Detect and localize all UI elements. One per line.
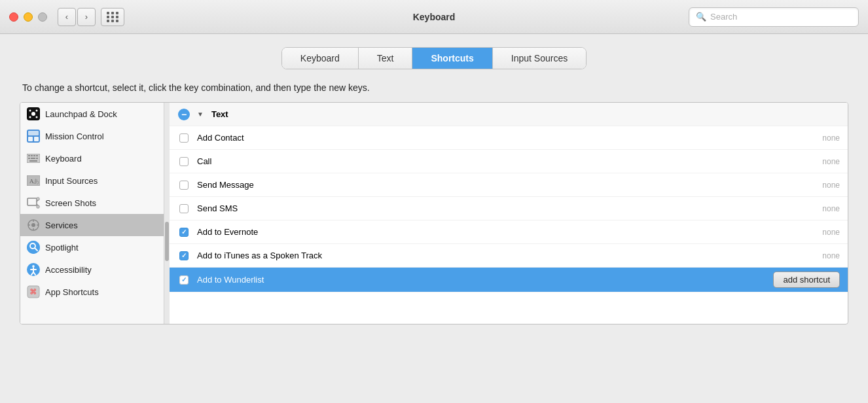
tab-shortcuts[interactable]: Shortcuts <box>412 48 492 69</box>
shortcut-key-send-sms: none <box>807 204 840 213</box>
back-button[interactable]: ‹ <box>58 8 76 26</box>
check-add-contact[interactable] <box>177 133 190 143</box>
shortcut-row-add-wunderlist[interactable]: ✓ Add to Wunderlist add shortcut <box>170 268 848 292</box>
sidebar: Launchpad & Dock Mission Control Keyboar… <box>20 103 164 324</box>
checkbox-send-sms[interactable] <box>179 204 189 213</box>
svg-rect-13 <box>33 155 35 156</box>
svg-text:⌘: ⌘ <box>29 288 37 296</box>
close-button[interactable] <box>9 12 18 22</box>
tab-keyboard[interactable]: Keyboard <box>282 48 359 69</box>
tab-bar: Keyboard Text Shortcuts Input Sources <box>20 47 848 69</box>
checkbox-add-itunes[interactable]: ✓ <box>179 251 189 260</box>
shortcut-name-add-evernote: Add to Evernote <box>197 227 801 237</box>
svg-point-1 <box>31 112 35 116</box>
input-sources-icon: Aあ <box>27 174 40 187</box>
forward-button[interactable]: › <box>77 8 96 26</box>
main-panel: Launchpad & Dock Mission Control Keyboar… <box>20 102 848 324</box>
tab-input-sources[interactable]: Input Sources <box>493 48 586 69</box>
sidebar-item-mission[interactable]: Mission Control <box>20 125 164 147</box>
launchpad-icon <box>27 107 40 120</box>
sidebar-item-input-sources[interactable]: Aあ Input Sources <box>20 169 164 192</box>
checkbox-add-evernote[interactable]: ✓ <box>179 228 189 237</box>
maximize-button[interactable] <box>38 12 47 22</box>
triangle-icon: ▼ <box>197 111 204 118</box>
sidebar-label-screenshots: Screen Shots <box>45 198 96 208</box>
tab-text[interactable]: Text <box>359 48 413 69</box>
shortcut-list: − ▼ Text Add Contact none Call none <box>170 103 848 324</box>
shortcut-key-call: none <box>807 157 840 166</box>
sidebar-item-keyboard[interactable]: Keyboard <box>20 147 164 169</box>
sidebar-label-app-shortcuts: App Shortcuts <box>45 287 99 297</box>
shortcut-name-call: Call <box>197 156 801 166</box>
shortcut-key-add-evernote: none <box>807 228 840 237</box>
sidebar-label-input-sources: Input Sources <box>45 176 98 186</box>
app-shortcuts-icon: ⌘ <box>27 285 40 298</box>
sidebar-scrollbar[interactable] <box>164 103 170 324</box>
shortcut-key-add-itunes: none <box>807 251 840 260</box>
svg-rect-14 <box>36 155 38 156</box>
section-header-text: − ▼ Text <box>170 103 848 126</box>
tab-container: Keyboard Text Shortcuts Input Sources <box>281 47 587 69</box>
sidebar-label-spotlight: Spotlight <box>45 243 79 253</box>
sidebar-item-app-shortcuts[interactable]: ⌘ App Shortcuts <box>20 281 164 303</box>
check-add-wunderlist[interactable]: ✓ <box>177 275 190 285</box>
svg-point-28 <box>31 223 35 227</box>
shortcut-row-add-itunes: ✓ Add to iTunes as a Spoken Track none <box>170 244 848 268</box>
svg-point-2 <box>29 110 31 112</box>
checkmark-wunderlist: ✓ <box>181 276 187 283</box>
shortcut-row-add-evernote: ✓ Add to Evernote none <box>170 220 848 244</box>
sidebar-item-launchpad[interactable]: Launchpad & Dock <box>20 103 164 125</box>
search-bar[interactable]: 🔍 Search <box>689 7 859 27</box>
search-placeholder: Search <box>710 12 737 22</box>
svg-text:あ: あ <box>33 178 39 184</box>
shortcut-name-add-wunderlist: Add to Wunderlist <box>197 275 767 285</box>
checkbox-add-contact[interactable] <box>179 133 189 143</box>
shortcut-key-add-contact: none <box>807 133 840 143</box>
minus-icon[interactable]: − <box>178 109 190 120</box>
svg-point-5 <box>36 116 38 118</box>
svg-point-33 <box>27 241 40 254</box>
sidebar-item-screenshots[interactable]: Screen Shots <box>20 192 164 214</box>
checkbox-add-wunderlist[interactable]: ✓ <box>179 275 189 285</box>
svg-rect-26 <box>37 205 39 208</box>
check-send-message[interactable] <box>177 181 190 190</box>
check-call[interactable] <box>177 157 190 166</box>
shortcut-name-add-itunes: Add to iTunes as a Spoken Track <box>197 251 801 260</box>
sidebar-item-accessibility[interactable]: Accessibility <box>20 258 164 281</box>
grid-dots-icon <box>107 12 119 22</box>
check-send-sms[interactable] <box>177 204 190 213</box>
minimize-button[interactable] <box>24 12 33 22</box>
shortcut-row-send-message: Send Message none <box>170 173 848 197</box>
svg-rect-12 <box>31 155 33 156</box>
sidebar-item-spotlight[interactable]: Spotlight <box>20 236 164 258</box>
shortcut-name-send-sms: Send SMS <box>197 203 801 213</box>
svg-rect-8 <box>34 137 39 141</box>
svg-point-4 <box>29 116 31 118</box>
description-text: To change a shortcut, select it, click t… <box>20 82 848 93</box>
svg-rect-9 <box>28 131 39 135</box>
collapse-control[interactable]: − <box>177 109 190 120</box>
svg-rect-22 <box>27 198 37 205</box>
main-content: Keyboard Text Shortcuts Input Sources To… <box>0 34 868 403</box>
spotlight-icon <box>27 241 40 254</box>
checkbox-send-message[interactable] <box>179 181 189 190</box>
keyboard-icon <box>27 152 40 165</box>
check-add-itunes[interactable]: ✓ <box>177 251 190 260</box>
checkmark-evernote: ✓ <box>181 228 187 236</box>
svg-rect-11 <box>28 155 30 156</box>
screenshots-icon <box>27 196 40 209</box>
services-icon <box>27 219 40 232</box>
add-shortcut-button[interactable]: add shortcut <box>773 272 840 288</box>
sidebar-item-services[interactable]: Services <box>20 214 164 236</box>
sidebar-label-keyboard: Keyboard <box>45 154 82 164</box>
svg-rect-17 <box>36 158 38 159</box>
grid-view-button[interactable] <box>101 8 124 26</box>
shortcut-row-send-sms: Send SMS none <box>170 197 848 220</box>
sidebar-label-launchpad: Launchpad & Dock <box>45 109 117 119</box>
check-add-evernote[interactable]: ✓ <box>177 228 190 237</box>
checkbox-call[interactable] <box>179 157 189 166</box>
svg-rect-7 <box>28 137 33 141</box>
shortcut-key-send-message: none <box>807 181 840 190</box>
section-label: Text <box>211 109 840 119</box>
svg-point-3 <box>36 110 38 112</box>
